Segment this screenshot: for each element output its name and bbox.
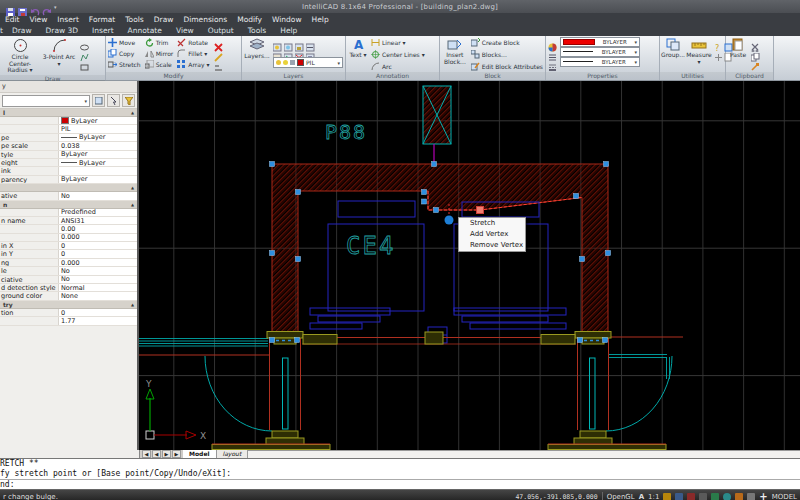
cut-icon[interactable] <box>751 37 760 46</box>
copy-button[interactable]: Copy <box>108 48 141 58</box>
prev-tab-button[interactable]: ◀ <box>152 450 161 458</box>
join-icon[interactable] <box>214 57 223 66</box>
undo-icon[interactable] <box>30 2 40 11</box>
lineweight-settings-icon[interactable] <box>548 47 557 56</box>
renderer-label[interactable]: OpenGL <box>607 493 635 500</box>
ribbon-tab-help[interactable]: Help <box>273 26 304 35</box>
tab-layout[interactable]: layout <box>217 450 249 458</box>
ortho-toggle-icon[interactable] <box>687 493 695 500</box>
annotation-letter[interactable]: A <box>639 493 644 500</box>
save-icon[interactable] <box>6 2 16 11</box>
polar-toggle-icon[interactable] <box>699 493 707 500</box>
coordinates-readout[interactable]: 47.056,-391.085,0.000 <box>515 493 597 500</box>
menu-format[interactable]: Format <box>84 15 120 24</box>
id-point-icon[interactable]: ? <box>714 37 723 46</box>
arc-dim-button[interactable]: Arc <box>371 61 425 71</box>
array-button[interactable]: Array ▾ <box>177 59 209 69</box>
snap-toggle-icon[interactable] <box>663 493 671 500</box>
ribbon-tab-draw3d[interactable]: Draw 3D <box>39 26 86 35</box>
group-button[interactable]: Group... <box>662 37 684 59</box>
menu-modify[interactable]: Modify <box>232 15 267 24</box>
quick-select-button[interactable] <box>122 94 135 107</box>
scale-button[interactable]: Scale <box>145 59 174 69</box>
lineweight-control[interactable]: BYLAYER▾ <box>560 47 657 56</box>
menu-help[interactable]: Help <box>307 15 334 24</box>
layer-match-icon[interactable] <box>284 47 293 56</box>
ellipse-tool-icon[interactable] <box>80 37 89 46</box>
section-header-pattern[interactable]: n▲ <box>0 201 137 209</box>
rotate-button[interactable]: Trim <box>145 37 174 47</box>
copy-clip-icon[interactable] <box>751 47 760 56</box>
mirror-button[interactable]: Mirror <box>145 48 174 58</box>
fillet-button[interactable]: Fillet ▾ <box>177 48 209 58</box>
plot-icon[interactable] <box>18 2 28 11</box>
layer-lock-icon[interactable] <box>295 37 304 46</box>
ribbon-tab-draw[interactable]: Draw <box>5 26 39 35</box>
insert-block-button[interactable]: Insert Block... <box>442 37 468 65</box>
drawing-canvas[interactable]: P88 CE4 Y X <box>139 81 800 450</box>
linetype-settings-icon[interactable] <box>548 57 557 66</box>
erase-icon[interactable] <box>214 37 223 46</box>
layer-on-icon[interactable] <box>273 37 282 46</box>
layers-button[interactable]: Layers... <box>244 37 270 60</box>
stretch-button[interactable]: Stretch <box>108 59 141 69</box>
menu-item-stretch[interactable]: Stretch <box>459 218 525 229</box>
first-tab-button[interactable]: ◀ <box>142 450 151 458</box>
create-block-button[interactable]: Create Block <box>471 37 543 47</box>
color-control[interactable]: BYLAYER▾ <box>560 37 657 46</box>
last-tab-button[interactable]: ▶ <box>172 450 181 458</box>
menu-insert[interactable]: Insert <box>52 15 84 24</box>
edit-block-attributes-button[interactable]: Edit Block Attributes <box>471 61 543 71</box>
paste-button[interactable]: Paste <box>728 37 748 59</box>
grid-toggle-icon[interactable] <box>675 493 683 500</box>
layer-isolate-icon[interactable] <box>306 37 315 46</box>
ribbon-tab-view[interactable]: View <box>169 26 201 35</box>
point-style-icon[interactable] <box>714 47 723 56</box>
circle-button[interactable]: Circle Center-Radius ▾ <box>2 37 38 74</box>
select-entities-button[interactable] <box>107 94 120 107</box>
move-button[interactable]: Move <box>108 37 141 47</box>
etrack-toggle-icon[interactable] <box>723 493 731 500</box>
layer-off-icon[interactable] <box>295 47 304 56</box>
toggle-pickadd-button[interactable] <box>92 94 105 107</box>
arc-button[interactable]: 3-Point Arc ▾ <box>41 37 77 67</box>
ribbon-tab-insert[interactable]: Insert <box>85 26 121 35</box>
linear-dim-button[interactable]: Linear ▾ <box>371 37 425 47</box>
layer-dropdown[interactable]: PIL ▾ <box>273 57 343 68</box>
polyline-tool-icon[interactable] <box>80 47 89 56</box>
blocks-button[interactable]: Blocks... <box>471 49 543 59</box>
section-header-general[interactable]: l▲ <box>0 109 137 117</box>
section-header-geometry[interactable]: try▲ <box>0 301 137 309</box>
menu-item-add-vertex[interactable]: Add Vertex <box>459 229 525 240</box>
ucs-toggle-icon[interactable] <box>747 493 755 500</box>
menu-window[interactable]: Window <box>267 15 307 24</box>
ribbon-tab-tools[interactable]: Tools <box>241 26 273 35</box>
label-p88[interactable]: P88 <box>325 120 367 144</box>
vertex-marker[interactable] <box>445 216 454 225</box>
menu-tools[interactable]: Tools <box>120 15 148 24</box>
section-header-misc[interactable]: ▲ <box>0 184 137 192</box>
measure-button[interactable]: Measure ▾ <box>687 37 711 65</box>
explode-icon[interactable] <box>214 47 223 56</box>
layer-prev-icon[interactable] <box>273 47 282 56</box>
match-properties-icon[interactable] <box>751 57 760 66</box>
menu-draw[interactable]: Draw <box>149 15 179 24</box>
hot-grip[interactable] <box>477 207 484 214</box>
qat-chevron-icon[interactable]: ▾ <box>54 4 57 10</box>
color-wheel-icon[interactable] <box>548 37 557 46</box>
center-lines-button[interactable]: Center Lines ▾ <box>371 49 425 59</box>
model-space-toggle[interactable]: MODEL <box>772 493 797 500</box>
trim-button[interactable]: Rotate <box>177 37 209 47</box>
rectangle-tool-icon[interactable] <box>80 57 89 66</box>
entity-selector-dropdown[interactable]: ▾ <box>2 95 90 107</box>
layer-state-icon[interactable] <box>306 47 315 56</box>
ribbon-tab-annotate[interactable]: Annotate <box>121 26 169 35</box>
lwt-toggle-icon[interactable] <box>735 493 743 500</box>
menu-item-remove-vertex[interactable]: Remove Vertex <box>459 240 525 251</box>
ribbon-tab-output[interactable]: Output <box>201 26 241 35</box>
layer-freeze-icon[interactable] <box>284 37 293 46</box>
esnap-toggle-icon[interactable] <box>711 493 719 500</box>
tab-model[interactable]: Model <box>183 450 217 458</box>
crosshair-plus-icon[interactable]: + <box>759 492 767 500</box>
command-window[interactable]: RETCH ** fy stretch point or [Base point… <box>0 458 800 489</box>
